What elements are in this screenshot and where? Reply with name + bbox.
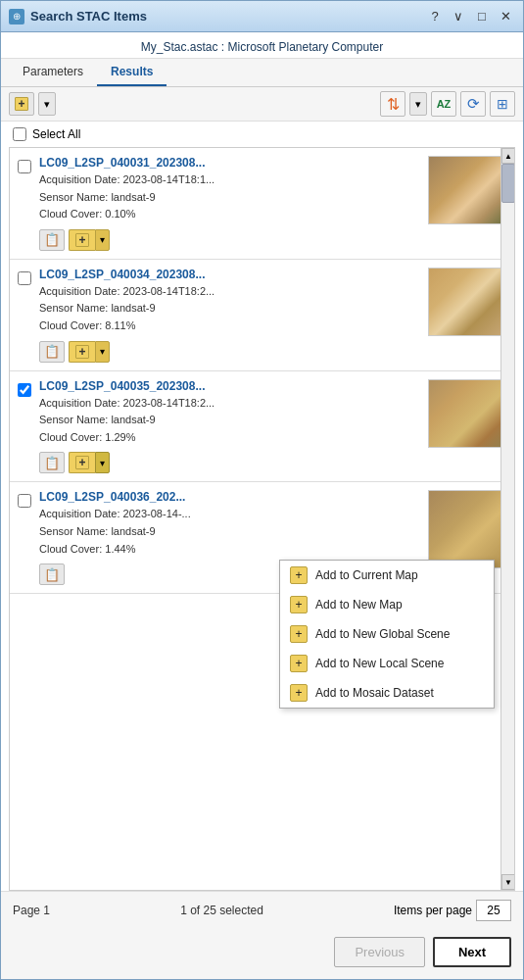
result-thumbnail-4 xyxy=(428,490,506,568)
next-button[interactable]: Next xyxy=(433,937,511,967)
refresh-button[interactable]: ⟳ xyxy=(460,91,486,117)
result-id-4: LC09_L2SP_040036_202... xyxy=(39,490,420,504)
info-icon-1: 📋 xyxy=(44,232,60,247)
table-view-button[interactable]: ⊞ xyxy=(490,91,515,117)
add-arrow-3[interactable]: ▾ xyxy=(95,452,110,473)
dropdown-icon-1: + xyxy=(290,566,308,584)
scroll-thumb[interactable] xyxy=(501,164,515,203)
sort-dropdown-arrow[interactable]: ▾ xyxy=(409,92,427,116)
az-sort-button[interactable]: AZ xyxy=(431,91,456,117)
result-acquisition-1: Acquisition Date: 2023-08-14T18:1... xyxy=(39,172,420,189)
dropdown-add-mosaic[interactable]: + Add to Mosaic Dataset xyxy=(280,678,494,708)
result-item-2: LC09_L2SP_040034_202308... Acquisition D… xyxy=(10,260,514,371)
dropdown-label-2: Add to New Map xyxy=(315,598,403,612)
add-group-3: + ▾ xyxy=(69,452,110,473)
add-arrow-2[interactable]: ▾ xyxy=(95,341,110,363)
scrollbar: ▲ ▼ xyxy=(500,148,514,890)
result-thumbnail-1 xyxy=(428,156,506,224)
result-sensor-1: Sensor Name: landsat-9 xyxy=(39,189,420,207)
sort-button[interactable]: ⇅ xyxy=(380,91,405,117)
result-thumbnail-3 xyxy=(428,379,506,448)
refresh-icon: ⟳ xyxy=(467,95,480,113)
info-button-3[interactable]: 📋 xyxy=(39,452,65,473)
result-id-1: LC09_L2SP_040031_202308... xyxy=(39,156,420,170)
dropdown-add-new-map[interactable]: + Add to New Map xyxy=(280,590,494,619)
result-sensor-4: Sensor Name: landsat-9 xyxy=(39,523,420,541)
help-button[interactable]: ? xyxy=(425,7,445,26)
scroll-up-button[interactable]: ▲ xyxy=(501,148,515,164)
add-main-2[interactable]: + xyxy=(69,341,95,363)
dropdown-icon-4: + xyxy=(290,655,308,672)
dropdown-label-5: Add to Mosaic Dataset xyxy=(315,686,434,700)
add-group-1: + ▾ xyxy=(69,229,110,251)
result-acquisition-2: Acquisition Date: 2023-08-14T18:2... xyxy=(39,283,420,301)
add-main-3[interactable]: + xyxy=(69,452,95,473)
dropdown-add-global-scene[interactable]: + Add to New Global Scene xyxy=(280,619,494,649)
dropdown-label-1: Add to Current Map xyxy=(315,568,418,582)
result-acquisition-3: Acquisition Date: 2023-08-14T18:2... xyxy=(39,395,420,413)
result-checkbox-2[interactable] xyxy=(18,271,31,285)
result-cloud-1: Cloud Cover: 0.10% xyxy=(39,206,420,223)
context-dropdown-menu: + Add to Current Map + Add to New Map + … xyxy=(279,560,495,709)
minimize-button[interactable]: ∨ xyxy=(449,7,468,26)
title-bar: ⊕ Search STAC Items ? ∨ □ ✕ xyxy=(1,1,523,32)
maximize-button[interactable]: □ xyxy=(472,7,492,26)
select-all-label[interactable]: Select All xyxy=(32,127,80,141)
items-per-page: Items per page xyxy=(394,900,511,921)
tabs-bar: Parameters Results xyxy=(1,59,523,87)
sort-arrow-icon: ▾ xyxy=(415,98,421,111)
table-icon: ⊞ xyxy=(497,96,508,112)
subtitle: My_Stac.astac : Microsoft Planetary Comp… xyxy=(1,32,523,59)
result-cloud-4: Cloud Cover: 1.44% xyxy=(39,541,420,559)
result-item-3: LC09_L2SP_040035_202308... Acquisition D… xyxy=(10,371,514,483)
result-id-2: LC09_L2SP_040034_202308... xyxy=(39,268,420,281)
result-item-1: LC09_L2SP_040031_202308... Acquisition D… xyxy=(10,148,514,260)
info-button-4[interactable]: 📋 xyxy=(39,564,65,585)
tab-results[interactable]: Results xyxy=(97,59,167,86)
add-group-2: + ▾ xyxy=(69,341,110,363)
info-icon-2: 📋 xyxy=(44,344,60,359)
results-list: LC09_L2SP_040031_202308... Acquisition D… xyxy=(9,147,515,891)
items-per-page-label: Items per page xyxy=(394,904,472,917)
dropdown-add-local-scene[interactable]: + Add to New Local Scene xyxy=(280,649,494,678)
window-title: Search STAC Items xyxy=(30,9,425,24)
result-thumbnail-2 xyxy=(428,268,506,336)
add-plus-icon-2: + xyxy=(75,345,89,359)
scroll-down-button[interactable]: ▼ xyxy=(501,874,515,890)
result-sensor-2: Sensor Name: landsat-9 xyxy=(39,300,420,318)
toolbar: + ▾ ⇅ ▾ AZ ⟳ ⊞ xyxy=(1,87,523,122)
info-button-1[interactable]: 📋 xyxy=(39,229,65,251)
items-per-page-input[interactable] xyxy=(476,900,511,921)
result-actions-2: 📋 + ▾ xyxy=(39,341,420,363)
add-button[interactable]: + xyxy=(9,92,34,116)
add-dropdown-arrow[interactable]: ▾ xyxy=(38,92,56,116)
result-actions-3: 📋 + ▾ xyxy=(39,452,420,473)
result-checkbox-3[interactable] xyxy=(18,383,31,397)
dropdown-icon-3: + xyxy=(290,625,308,643)
result-checkbox-1[interactable] xyxy=(18,160,31,173)
close-button[interactable]: ✕ xyxy=(496,7,515,26)
dropdown-add-current-map[interactable]: + Add to Current Map xyxy=(280,561,494,590)
add-arrow-1[interactable]: ▾ xyxy=(95,229,110,251)
tab-parameters[interactable]: Parameters xyxy=(9,59,97,86)
add-plus-icon-1: + xyxy=(75,233,89,247)
dropdown-arrow-icon: ▾ xyxy=(44,98,50,111)
info-button-2[interactable]: 📋 xyxy=(39,341,65,363)
az-icon: AZ xyxy=(437,98,452,110)
info-icon-3: 📋 xyxy=(44,456,60,470)
add-main-1[interactable]: + xyxy=(69,229,95,251)
page-label: Page 1 xyxy=(13,904,50,917)
result-info-1: LC09_L2SP_040031_202308... Acquisition D… xyxy=(39,156,420,251)
main-window: ⊕ Search STAC Items ? ∨ □ ✕ My_Stac.asta… xyxy=(0,0,524,980)
result-cloud-2: Cloud Cover: 8.11% xyxy=(39,318,420,335)
add-icon: + xyxy=(15,97,28,111)
result-checkbox-4[interactable] xyxy=(18,494,31,508)
result-cloud-3: Cloud Cover: 1.29% xyxy=(39,429,420,447)
add-plus-icon-3: + xyxy=(75,456,89,469)
dropdown-icon-2: + xyxy=(290,596,308,613)
previous-button[interactable]: Previous xyxy=(334,937,425,967)
nav-buttons: Previous Next xyxy=(1,929,523,979)
result-id-3: LC09_L2SP_040035_202308... xyxy=(39,379,420,393)
select-all-checkbox[interactable] xyxy=(13,127,26,141)
window-icon: ⊕ xyxy=(9,9,24,24)
